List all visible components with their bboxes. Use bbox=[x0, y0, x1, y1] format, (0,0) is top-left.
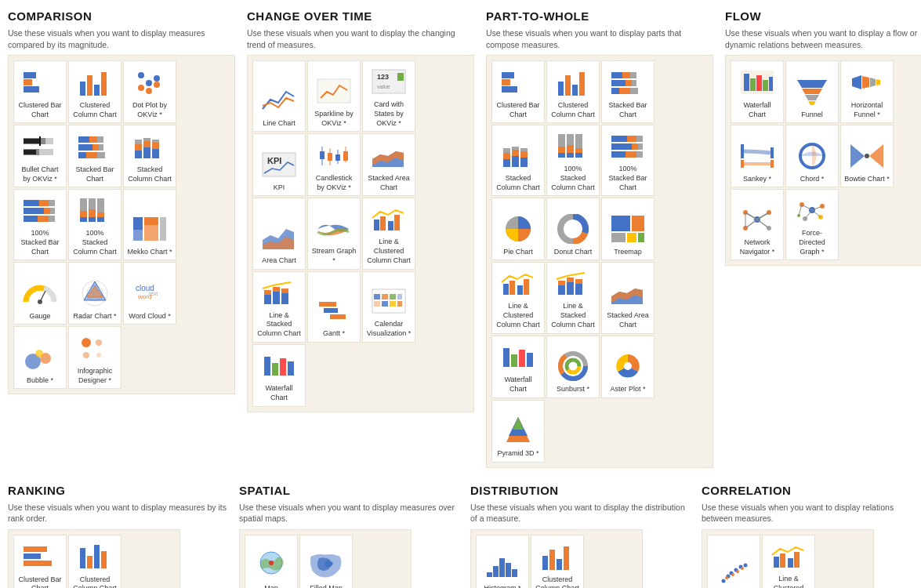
svg-rect-99 bbox=[388, 221, 393, 230]
chord-item[interactable]: Chord * bbox=[785, 125, 839, 187]
treemap-item[interactable]: Treemap bbox=[601, 198, 654, 260]
stacked-column-item[interactable]: Stacked Column Chart bbox=[123, 125, 176, 187]
svg-rect-163 bbox=[611, 151, 625, 158]
svg-rect-103 bbox=[273, 292, 280, 304]
sparkline-item[interactable]: Sparkline by OKViz * bbox=[307, 60, 361, 132]
svg-rect-143 bbox=[512, 150, 519, 156]
stacked-bar-100-item[interactable]: 100% Stacked Bar Chart bbox=[13, 189, 67, 260]
part-clustered-column[interactable]: Clustered Column Chart bbox=[546, 60, 600, 123]
svg-rect-34 bbox=[143, 138, 150, 141]
svg-rect-15 bbox=[24, 139, 41, 143]
infographic-item[interactable]: Infographic Designer * bbox=[68, 326, 121, 389]
dot-plot-item[interactable]: Dot Plot by OKViz * bbox=[123, 60, 176, 123]
part-100-column[interactable]: 100% Stacked Column Chart bbox=[546, 125, 600, 196]
line-clustered-item-change[interactable]: Line & Clustered Column Chart bbox=[362, 198, 415, 269]
area-item[interactable]: Area Chart bbox=[252, 198, 306, 269]
svg-line-231 bbox=[745, 220, 757, 228]
part-clustered-bar[interactable]: Clustered Bar Chart bbox=[491, 60, 545, 123]
pie-item[interactable]: Pie Chart bbox=[491, 198, 545, 260]
dist-clustered-column[interactable]: Clustered Column Chart bbox=[531, 535, 584, 588]
network-item[interactable]: Network Navigator * bbox=[731, 189, 784, 260]
part-stacked-column[interactable]: Stacked Column Chart bbox=[491, 125, 545, 196]
map-item[interactable]: Map bbox=[245, 535, 298, 588]
scatter-item[interactable]: Scatter Chart bbox=[707, 535, 760, 588]
bowtie-item[interactable]: Bowtie Chart * bbox=[840, 125, 894, 187]
svg-marker-215 bbox=[876, 79, 880, 85]
svg-rect-286 bbox=[512, 569, 517, 577]
svg-marker-211 bbox=[808, 101, 816, 105]
radar-icon bbox=[77, 278, 113, 309]
donut-item[interactable]: Donut Chart bbox=[546, 198, 600, 260]
bullet-chart-label: Bullet Chart by OKViz * bbox=[17, 165, 63, 183]
stacked-bar-item[interactable]: Stacked Bar Chart bbox=[68, 125, 121, 187]
filled-map-item[interactable]: Filled Map bbox=[299, 535, 353, 588]
svg-rect-138 bbox=[630, 88, 638, 94]
svg-rect-290 bbox=[564, 546, 569, 570]
gauge-item[interactable]: Gauge bbox=[13, 262, 67, 325]
mekko-icon bbox=[132, 213, 168, 245]
ranking-clustered-column[interactable]: Clustered Column Chart bbox=[68, 535, 121, 588]
svg-rect-250 bbox=[94, 545, 100, 568]
sparkline-label: Sparkline by OKViz * bbox=[311, 110, 357, 128]
change-title: CHANGE OVER TIME bbox=[247, 9, 474, 23]
svg-rect-37 bbox=[152, 140, 159, 143]
waterfall-flow-item[interactable]: Waterfall Chart bbox=[731, 60, 784, 123]
part-stacked-bar[interactable]: Stacked Bar Chart bbox=[601, 60, 654, 123]
svg-rect-118 bbox=[397, 301, 402, 307]
stream-graph-item[interactable]: Stream Graph * bbox=[307, 198, 361, 269]
svg-rect-128 bbox=[572, 85, 578, 96]
svg-rect-92 bbox=[343, 151, 348, 161]
candlestick-item-change[interactable]: Candlestick by OKViz * bbox=[307, 133, 361, 196]
part-line-clustered[interactable]: Line & Clustered Column Chart bbox=[491, 262, 545, 333]
bubble-item[interactable]: Bubble * bbox=[13, 326, 67, 389]
svg-rect-114 bbox=[397, 294, 402, 299]
sankey-item[interactable]: Sankey * bbox=[731, 125, 784, 187]
svg-rect-183 bbox=[567, 278, 574, 282]
card-states-item-change[interactable]: 123 value Card with States by OKViz * bbox=[362, 60, 415, 132]
stacked-column-100-item[interactable]: 100% Stacked Column Chart bbox=[68, 189, 121, 260]
svg-rect-50 bbox=[80, 198, 87, 211]
histogram-item[interactable]: Histogram * bbox=[476, 535, 529, 588]
radar-label: Radar Chart * bbox=[73, 312, 116, 321]
svg-rect-165 bbox=[636, 151, 643, 158]
clustered-bar-chart-item[interactable]: Clustered Bar Chart bbox=[13, 60, 67, 123]
sunburst-item[interactable]: Sunburst * bbox=[546, 336, 600, 398]
ranking-clustered-bar[interactable]: Clustered Bar Chart bbox=[13, 535, 67, 588]
calendar-item[interactable]: Calendar Visualization * bbox=[362, 271, 415, 343]
svg-rect-6 bbox=[101, 72, 107, 96]
bullet-chart-item[interactable]: Bullet Chart by OKViz * bbox=[13, 125, 67, 187]
radar-item[interactable]: Radar Chart * bbox=[68, 262, 121, 325]
part-line-stacked[interactable]: Line & Stacked Column Chart bbox=[546, 262, 600, 333]
svg-rect-144 bbox=[512, 147, 519, 150]
funnel-item[interactable]: Funnel bbox=[785, 60, 839, 123]
svg-rect-21 bbox=[89, 136, 97, 143]
kpi-item-change[interactable]: KPI KPI bbox=[252, 133, 306, 196]
clustered-column-chart-item[interactable]: Clustered Column Chart bbox=[68, 60, 121, 123]
part-100-bar[interactable]: 100% Stacked Bar Chart bbox=[601, 125, 654, 196]
stacked-area-item-change[interactable]: Stacked Area Chart bbox=[362, 133, 415, 196]
svg-rect-217 bbox=[741, 160, 744, 168]
stacked-bar-icon bbox=[77, 131, 113, 162]
force-directed-item[interactable]: Force-Directed Graph * bbox=[785, 189, 839, 260]
aster-item[interactable]: Aster Plot * bbox=[601, 336, 654, 398]
waterfall-change-item[interactable]: Waterfall Chart bbox=[252, 344, 306, 407]
svg-rect-182 bbox=[567, 282, 574, 295]
stacked-column-icon bbox=[132, 131, 168, 162]
pyramid-item[interactable]: Pyramid 3D * bbox=[491, 400, 545, 463]
part-stacked-area[interactable]: Stacked Area Chart bbox=[601, 262, 654, 333]
svg-rect-189 bbox=[511, 354, 517, 367]
line-stacked-item-change[interactable]: Line & Stacked Column Chart bbox=[252, 271, 306, 343]
word-cloud-item[interactable]: cloud word text Word Cloud * bbox=[123, 262, 176, 325]
part-waterfall[interactable]: Waterfall Chart bbox=[491, 336, 545, 398]
h-funnel-item[interactable]: Horizontal Funnel * bbox=[840, 60, 894, 123]
gantt-item[interactable]: Gantt * bbox=[307, 271, 361, 343]
svg-rect-0 bbox=[24, 72, 36, 78]
mekko-item[interactable]: Mekko Chart * bbox=[123, 189, 176, 260]
kpi-label: KPI bbox=[274, 183, 285, 193]
dot-plot-label: Dot Plot by OKViz * bbox=[127, 101, 172, 119]
line-chart-item[interactable]: Line Chart bbox=[252, 60, 306, 132]
main-container: COMPARISON Use these visuals when you wa… bbox=[0, 0, 921, 588]
svg-rect-5 bbox=[94, 85, 100, 96]
corr-line-clustered[interactable]: Line & Clustered Column Chart bbox=[762, 535, 815, 588]
svg-rect-2 bbox=[24, 86, 39, 93]
